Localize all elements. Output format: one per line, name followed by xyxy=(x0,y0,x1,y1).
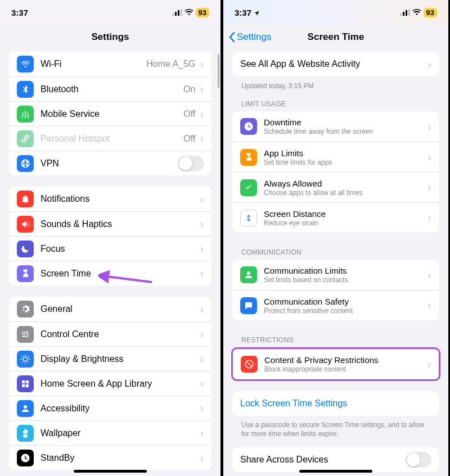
home-screen-row[interactable]: Home Screen & App Library› xyxy=(9,371,212,396)
limit-usage-header: LIMIT USAGE xyxy=(223,96,448,111)
signal-icon xyxy=(400,8,410,17)
mobile-service-icon xyxy=(17,106,34,123)
focus-row[interactable]: Focus› xyxy=(9,236,212,261)
chevron-icon: › xyxy=(200,193,204,206)
chevron-icon: › xyxy=(200,328,204,341)
screentime-scroll[interactable]: See All App & Website Activity › Updated… xyxy=(223,49,448,476)
display-brightness-row[interactable]: Display & Brightness› xyxy=(9,346,212,371)
general-group: General› Control Centre› Display & Brigh… xyxy=(9,297,212,470)
standby-label: StandBy xyxy=(40,453,199,463)
general-row[interactable]: General› xyxy=(9,297,212,321)
sounds-haptics-row[interactable]: Sounds & Haptics› xyxy=(9,211,212,236)
annotation-highlight: Content & Privacy Restrictions Block ina… xyxy=(231,347,440,381)
mobile-service-value: Off xyxy=(183,109,195,119)
back-button[interactable]: Settings xyxy=(228,31,271,43)
always-allowed-row[interactable]: Always Allowed Choose apps to allow at a… xyxy=(232,172,439,202)
communication-safety-sublabel: Protect from sensitive content xyxy=(264,307,426,315)
svg-rect-6 xyxy=(403,12,404,16)
communication-safety-label: Communication Safety xyxy=(264,297,426,306)
content-privacy-row[interactable]: Content & Privacy Restrictions Block ina… xyxy=(233,349,439,379)
app-limits-row[interactable]: App Limits Set time limits for apps › xyxy=(232,142,439,172)
lock-group: Lock Screen Time Settings xyxy=(232,391,439,416)
downtime-icon xyxy=(240,118,257,135)
see-all-activity-row[interactable]: See All App & Website Activity › xyxy=(232,52,439,76)
page-title: Screen Time xyxy=(308,31,364,43)
wifi-status-icon xyxy=(412,8,421,17)
wallpaper-icon xyxy=(17,425,34,442)
svg-rect-8 xyxy=(408,9,410,16)
settings-scroll[interactable]: Wi-FiHome A_5G› BluetoothOn› Mobile Serv… xyxy=(0,49,220,476)
chevron-icon: › xyxy=(428,211,431,224)
nav-bar: Settings Screen Time xyxy=(223,25,448,49)
accessibility-row[interactable]: Accessibility› xyxy=(9,396,212,420)
control-centre-row[interactable]: Control Centre› xyxy=(9,321,212,346)
communication-limits-sublabel: Set limits based on contacts xyxy=(264,276,426,284)
communication-limits-row[interactable]: Communication Limits Set limits based on… xyxy=(232,260,439,290)
personal-hotspot-icon xyxy=(17,130,34,147)
limit-usage-group: Downtime Schedule time away from the scr… xyxy=(232,111,439,233)
sounds-haptics-label: Sounds & Haptics xyxy=(40,219,199,229)
personal-hotspot-row[interactable]: Personal HotspotOff› xyxy=(9,126,212,151)
lock-label: Lock Screen Time Settings xyxy=(240,398,431,409)
personal-hotspot-value: Off xyxy=(183,134,195,144)
accessibility-label: Accessibility xyxy=(40,404,199,414)
scrollbar[interactable] xyxy=(218,54,219,88)
wifi-value: Home A_5G xyxy=(146,59,195,69)
home-indicator xyxy=(299,470,372,473)
signal-icon xyxy=(172,8,182,17)
chevron-icon: › xyxy=(200,217,204,230)
wifi-row[interactable]: Wi-FiHome A_5G› xyxy=(9,52,212,76)
standby-row[interactable]: StandBy› xyxy=(9,445,212,470)
chevron-icon: › xyxy=(428,58,431,71)
see-all-activity-label: See All App & Website Activity xyxy=(240,59,426,69)
chevron-icon: › xyxy=(428,181,431,194)
wallpaper-row[interactable]: Wallpaper› xyxy=(9,420,212,445)
status-time: 3:37 xyxy=(235,8,260,17)
control-centre-icon xyxy=(17,326,34,343)
wifi-icon xyxy=(17,56,34,72)
app-limits-label: App Limits xyxy=(264,148,426,158)
lock-footnote: Use a passcode to secure Screen Time set… xyxy=(223,418,448,442)
bluetooth-icon xyxy=(17,81,34,98)
vpn-toggle[interactable] xyxy=(178,156,204,171)
svg-rect-5 xyxy=(400,13,402,16)
screen-time-label: Screen Time xyxy=(40,269,199,279)
vpn-row[interactable]: VPN xyxy=(9,151,212,175)
standby-icon xyxy=(17,450,34,466)
always-allowed-label: Always Allowed xyxy=(264,179,426,188)
downtime-label: Downtime xyxy=(264,117,426,127)
chevron-icon: › xyxy=(200,267,204,280)
chevron-icon: › xyxy=(200,107,204,120)
communication-safety-icon xyxy=(240,297,257,314)
screen-time-row[interactable]: Screen Time› xyxy=(9,261,212,285)
chevron-icon: › xyxy=(428,151,431,164)
bluetooth-row[interactable]: BluetoothOn› xyxy=(9,76,212,101)
left-screenshot: 3:37 93 Settings Wi-FiHome A_5G› Bluetoo… xyxy=(0,0,222,476)
screen-distance-row[interactable]: Screen Distance Reduce eye strain › xyxy=(232,202,439,233)
restrictions-header: RESTRICTIONS xyxy=(223,332,448,347)
display-brightness-label: Display & Brightness xyxy=(40,354,199,364)
lock-screen-time-row[interactable]: Lock Screen Time Settings xyxy=(232,391,439,416)
share-toggle[interactable] xyxy=(406,452,431,468)
share-label: Share Across Devices xyxy=(240,455,406,465)
downtime-sublabel: Schedule time away from the screen xyxy=(264,128,426,135)
vpn-icon xyxy=(17,155,34,172)
mobile-service-row[interactable]: Mobile ServiceOff› xyxy=(9,101,212,126)
mobile-service-label: Mobile Service xyxy=(40,109,183,119)
battery-level: 93 xyxy=(424,8,437,17)
share-across-devices-row[interactable]: Share Across Devices xyxy=(232,447,439,472)
content-privacy-icon xyxy=(241,356,258,373)
svg-rect-1 xyxy=(175,12,177,16)
focus-label: Focus xyxy=(40,244,199,254)
downtime-row[interactable]: Downtime Schedule time away from the scr… xyxy=(232,111,439,142)
chevron-icon: › xyxy=(200,242,204,255)
communication-limits-icon xyxy=(240,266,257,283)
control-centre-label: Control Centre xyxy=(40,329,199,339)
communication-safety-row[interactable]: Communication Safety Protect from sensit… xyxy=(232,290,439,320)
right-screenshot: 3:37 93 Settings Screen Time See All App… xyxy=(222,0,448,476)
share-group: Share Across Devices xyxy=(232,447,439,472)
focus-icon xyxy=(17,241,34,257)
app-limits-icon xyxy=(240,149,257,166)
status-right: 93 xyxy=(400,8,437,17)
notifications-row[interactable]: Notifications› xyxy=(9,187,212,211)
